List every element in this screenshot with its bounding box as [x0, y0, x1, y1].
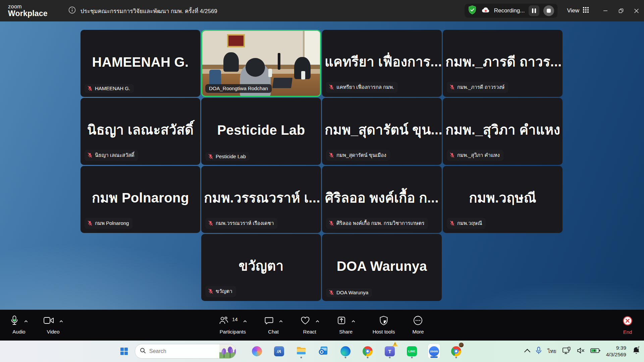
video-button[interactable]: Video [43, 316, 63, 335]
audio-options-chevron-icon[interactable] [24, 319, 28, 323]
participant-display-name: Pesticide Lab [201, 123, 321, 138]
view-button[interactable]: View [567, 7, 589, 15]
participants-label: Participants [220, 329, 246, 335]
taskbar-app-zoom[interactable]: zoom [428, 344, 440, 359]
share-button[interactable]: Share [337, 316, 355, 335]
battery-charging-icon[interactable] [590, 348, 600, 355]
video-options-chevron-icon[interactable] [59, 319, 63, 323]
restore-button[interactable] [613, 0, 629, 21]
host-tools-label: Host tools [373, 329, 395, 335]
participant-tile[interactable]: DOA Warunya DOA Warunya [322, 234, 442, 301]
participant-tile[interactable]: ขวัญตา ขวัญตา [201, 234, 321, 301]
more-button[interactable]: More [412, 316, 424, 335]
tray-overflow-chevron-icon[interactable] [524, 349, 530, 355]
muted-mic-icon [329, 153, 334, 158]
chat-button[interactable]: Chat [264, 316, 283, 335]
participant-name-label: ศิริลออ พงค์เกื้อ กมพ. กรมวิชาการเกษตร [326, 218, 428, 229]
participant-display-name: กมพ_สุดารัตน์ ขุน... [322, 119, 442, 140]
participant-tile[interactable]: กมพ._สุวิภา คำแหง กมพ._สุวิภา คำแหง [443, 98, 562, 165]
line-icon: LINE [407, 346, 417, 356]
cast-display-icon[interactable] [562, 347, 571, 356]
chat-options-chevron-icon[interactable] [279, 319, 283, 323]
zoom-workplace-logo: zoom Workplace [8, 4, 48, 18]
more-label: More [412, 329, 424, 335]
edge-icon [340, 346, 351, 356]
taskbar-app-teams[interactable]: T [384, 344, 396, 359]
participant-tile[interactable]: กมพ.วรรณวราห์ เ... กมพ.วรรณวราห์ เรืองเด… [201, 166, 321, 233]
active-speaker-video-tile[interactable]: DOA_Roongtiwa Rodchan [201, 30, 321, 97]
participant-name-label: กมพ._ภารดี ถาวรวงษ์ [447, 82, 508, 93]
chat-bubble-icon [264, 316, 274, 326]
close-button[interactable] [629, 0, 644, 21]
microphone-icon [10, 315, 19, 327]
participant-name-label: ขวัญตา [205, 286, 236, 297]
security-shield-icon[interactable] [467, 5, 477, 16]
participant-display-name: แคทรียา เฟื่องการ... [322, 51, 442, 72]
host-tools-button[interactable]: Host tools [373, 316, 395, 335]
share-options-chevron-icon[interactable] [352, 319, 355, 323]
participant-tile[interactable]: กมพ_สุดารัตน์ ขุน... กมพ_สุดารัตน์ ขุนเม… [322, 98, 442, 165]
muted-mic-icon [329, 84, 334, 90]
teams-icon: T [385, 346, 395, 356]
participants-options-chevron-icon[interactable] [243, 319, 247, 323]
participants-button[interactable]: 14 Participants [219, 316, 247, 335]
taskbar-app-line[interactable]: LINE [406, 344, 418, 359]
participant-display-name: กมพ._ภารดี ถาวร... [443, 51, 562, 72]
participant-name-label: นิธญา เลณะสวัสดิ์ [85, 150, 138, 161]
pause-recording-button[interactable] [529, 5, 539, 16]
react-label: React [303, 329, 316, 335]
taskbar-app-file-explorer[interactable] [295, 344, 307, 359]
zoom-workplace-window: zoom Workplace ประชุมคณะกรรมการวิจัยและพ… [0, 0, 644, 362]
chrome-icon [363, 346, 373, 356]
taskbar-app-chrome-profile[interactable] [450, 344, 462, 359]
muted-mic-icon [208, 154, 213, 159]
participant-name-label: DOA Warunya [326, 288, 372, 297]
minimize-button[interactable] [598, 0, 613, 21]
participant-tile[interactable]: Pesticide Lab Pesticide Lab [201, 98, 321, 165]
volume-muted-icon[interactable] [577, 347, 585, 355]
search-icon [140, 348, 146, 355]
taskbar-app-edge[interactable] [339, 344, 352, 359]
participant-tile[interactable]: กมพ._ภารดี ถาวร... กมพ._ภารดี ถาวรวงษ์ [443, 30, 562, 97]
participant-tile[interactable]: แคทรียา เฟื่องการ... แคทรียา เฟื่องการกล… [322, 30, 442, 97]
participant-tile-hameenah[interactable]: HAMEENAH G. HAMEENAH G. [80, 30, 200, 97]
muted-mic-icon [208, 289, 213, 294]
taskbar-app-outlook[interactable] [317, 344, 329, 359]
taskbar-app-chrome[interactable] [362, 344, 374, 359]
taskbar-app-msa[interactable]: /A [273, 344, 285, 359]
meeting-info-icon[interactable] [68, 6, 76, 15]
participant-display-name: กมพ.วฤษณี [443, 187, 562, 208]
participant-display-name: กมพ._สุวิภา คำแหง [443, 119, 562, 140]
share-screen-icon [337, 316, 346, 326]
logo-line1: zoom [8, 4, 48, 10]
participant-tile[interactable]: กมพ Polnarong กมพ Polnarong [80, 166, 200, 233]
taskbar-clock[interactable]: 9:39 4/3/2569 [606, 345, 626, 358]
tray-microphone-icon[interactable] [536, 347, 542, 356]
meeting-titlebar: zoom Workplace ประชุมคณะกรรมการวิจัยและพ… [0, 0, 644, 21]
tray-date: 4/3/2569 [606, 351, 626, 358]
taskbar-search[interactable] [135, 344, 236, 359]
participant-name-label: HAMEENAH G. [85, 84, 134, 93]
camera-icon [43, 316, 54, 326]
notifications-dnd-icon[interactable]: z Z [632, 346, 641, 357]
system-tray: ไทย 9:39 4/3/2569 [526, 345, 641, 358]
participant-name-label: DOA_Roongtiwa Rodchan [205, 84, 272, 93]
participant-tile[interactable]: นิธญา เลณะสวัสดิ์ นิธญา เลณะสวัสดิ์ [80, 98, 200, 165]
gallery-view: HAMEENAH G. HAMEENAH G. DOA_Roongtiwa Ro… [80, 30, 564, 301]
participant-tile[interactable]: กมพ.วฤษณี กมพ.วฤษณี [443, 166, 562, 233]
taskbar-app-copilot[interactable] [251, 344, 263, 359]
participant-display-name: ศิริลออ พงค์เกื้อ ก... [322, 187, 442, 208]
stop-recording-button[interactable] [543, 5, 554, 16]
participant-tile[interactable]: ศิริลออ พงค์เกื้อ ก... ศิริลออ พงค์เกื้อ… [322, 166, 442, 233]
search-input[interactable] [149, 348, 219, 355]
react-options-chevron-icon[interactable] [316, 319, 319, 323]
view-label: View [567, 7, 579, 14]
end-meeting-button[interactable]: End [623, 310, 633, 341]
audio-label: Audio [12, 329, 25, 335]
search-highlight-image[interactable] [219, 344, 236, 358]
audio-button[interactable]: Audio [10, 316, 28, 335]
react-button[interactable]: React [300, 316, 319, 335]
start-button[interactable] [118, 345, 130, 357]
language-indicator[interactable]: ไทย [547, 347, 556, 355]
participants-count-badge: 14 [232, 316, 238, 322]
